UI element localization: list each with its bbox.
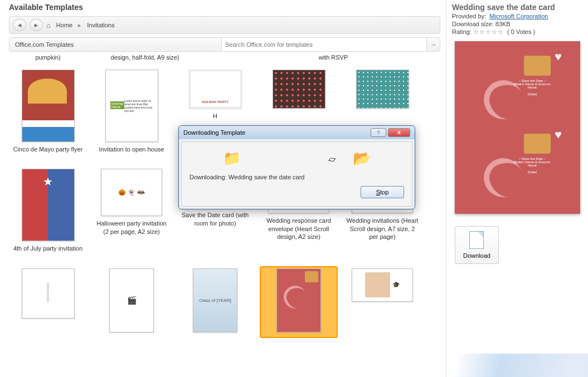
template-thumb: [189, 70, 242, 109]
template-label: 4th of July party invitation: [13, 244, 82, 252]
heart-icon: ♥: [555, 50, 562, 64]
template-item-selected[interactable]: [260, 266, 338, 338]
tpl-label-partial: design, half-fold, A9 size): [100, 54, 189, 61]
template-label: H: [213, 112, 217, 120]
document-icon: [469, 231, 484, 249]
chevron-right-icon: ▸: [78, 22, 81, 29]
template-thumb: [273, 70, 325, 109]
template-thumb: [22, 70, 75, 142]
stop-button[interactable]: SStoptop: [361, 186, 404, 198]
section-label: Office.com Templates: [9, 41, 221, 48]
provided-by-label: Provided by:: [452, 13, 486, 19]
breadcrumb-current[interactable]: Invitations: [85, 21, 117, 30]
search-input[interactable]: [222, 38, 426, 51]
page-title: Available Templates: [9, 3, 440, 12]
template-thumb: Lorem ipsum dolor sit amet text lines fi…: [105, 70, 158, 142]
template-thumb: 🎓: [352, 268, 413, 302]
template-thumb: [356, 70, 409, 109]
dialog-title: Downloading Template: [183, 129, 369, 136]
template-thumb: [109, 268, 154, 332]
template-item[interactable]: 🎃 👻 🦇Halloween party invitation (2 per p…: [93, 167, 171, 254]
template-item[interactable]: Class of [YEAR]: [176, 266, 254, 338]
template-item[interactable]: Cinco de Mayo party flyer: [9, 67, 87, 155]
template-label: Save the Date card (with room for photo): [178, 211, 252, 227]
template-label: Invitation to open house: [99, 145, 164, 153]
help-button[interactable]: ?: [371, 128, 386, 137]
provider-link[interactable]: Microsoft Corporation: [489, 13, 548, 19]
template-thumb: [22, 169, 75, 241]
breadcrumb-home[interactable]: Home: [54, 21, 75, 30]
template-item[interactable]: [93, 266, 171, 338]
downloading-dialog: Downloading Template ? X 📁 📂 Downloading…: [178, 125, 415, 209]
home-icon: ⌂: [46, 21, 51, 30]
votes-count: ( 0 Votes ): [507, 28, 535, 35]
template-thumb: Class of [YEAR]: [193, 268, 237, 332]
section-row: Office.com Templates →: [9, 37, 440, 52]
template-thumb: [276, 268, 321, 332]
folder-open-icon: 📂: [353, 150, 371, 167]
tpl-label-partial: with RSVP: [294, 54, 372, 61]
template-label: Cinco de Mayo party flyer: [13, 145, 83, 153]
back-button[interactable]: ◄: [13, 19, 26, 31]
download-size: 83KB: [495, 21, 511, 27]
download-size-label: Download size:: [452, 21, 494, 27]
template-item[interactable]: 🎓: [343, 266, 421, 338]
tpl-label-partial: [203, 54, 281, 61]
template-thumb: 🎃 👻 🦇: [101, 169, 162, 216]
breadcrumb-bar: ◄ ► ⌂ Home ▸ Invitations: [9, 16, 440, 34]
template-thumb: [22, 268, 75, 319]
rating-stars[interactable]: ☆☆☆☆☆: [473, 28, 504, 35]
dialog-message: Downloading: Wedding save the date card: [189, 174, 404, 180]
template-item[interactable]: 4th of July party invitation: [9, 167, 87, 254]
template-item[interactable]: Lorem ipsum dolor sit amet text lines fi…: [93, 67, 171, 155]
detail-title: Wedding save the date card: [452, 3, 582, 12]
tpl-label-partial: pumpkin): [9, 54, 87, 61]
ring-icon: [524, 56, 551, 76]
details-pane: Wedding save the date card Provided by: …: [446, 0, 588, 377]
templates-area[interactable]: pumpkin) design, half-fold, A9 size) wit…: [9, 54, 440, 377]
search-go-button[interactable]: →: [426, 38, 440, 51]
heart-icon: ♥: [555, 128, 562, 142]
close-button[interactable]: X: [388, 128, 410, 137]
template-label: Halloween party invitation (2 per page, …: [95, 219, 168, 236]
download-button[interactable]: Download: [455, 226, 499, 264]
template-item[interactable]: [9, 266, 87, 338]
template-label: Wedding response card envelope (Heart Sc…: [262, 217, 336, 241]
folder-search-icon: 📁: [223, 150, 241, 167]
rating-label: Rating:: [452, 28, 472, 35]
ring-icon: [524, 134, 551, 154]
download-label: Download: [463, 252, 490, 259]
forward-button[interactable]: ►: [30, 19, 43, 31]
template-label: Wedding invitations (Heart Scroll design…: [346, 217, 419, 241]
template-preview: ♥~ Save the Date ~Bride's Name & Groom's…: [455, 41, 580, 214]
